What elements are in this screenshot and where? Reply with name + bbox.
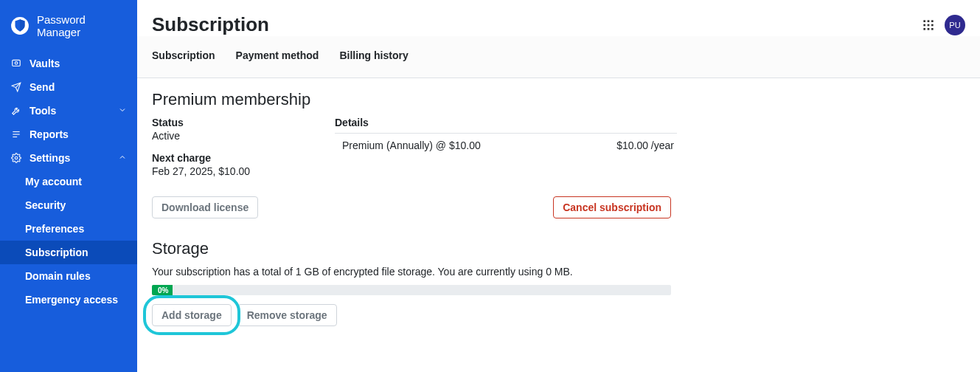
chevron-down-icon (118, 105, 127, 117)
nav-list: Vaults Send Tools (0, 52, 137, 170)
add-storage-button[interactable]: Add storage (152, 304, 232, 326)
storage-progress: 0% (152, 285, 671, 295)
avatar[interactable]: PU (945, 15, 965, 35)
tabs: Subscription Payment method Billing hist… (137, 36, 980, 78)
sidebar-item-label: Tools (29, 105, 56, 117)
svg-rect-14 (928, 28, 930, 30)
sidebar-item-send[interactable]: Send (0, 75, 137, 99)
sidebar-item-label: Reports (29, 128, 69, 140)
details-label: Details (335, 117, 677, 134)
svg-point-2 (15, 62, 18, 65)
subnav-preferences[interactable]: Preferences (0, 217, 137, 241)
status-label: Status (152, 117, 329, 128)
plan-price: $10.00 /year (616, 140, 674, 151)
svg-rect-15 (931, 28, 934, 30)
storage-desc: Your subscription has a total of 1 GB of… (152, 266, 965, 278)
main: Subscription PU Subscriptio (137, 0, 980, 372)
gear-icon (10, 153, 22, 163)
details-row: Premium (Annually) @ $10.00 $10.00 /year (335, 138, 677, 153)
send-icon (10, 82, 22, 92)
tab-subscription[interactable]: Subscription (152, 49, 215, 70)
svg-rect-7 (923, 20, 925, 22)
brand[interactable]: Password Manager (0, 9, 137, 52)
cancel-subscription-button[interactable]: Cancel subscription (553, 196, 671, 218)
status-value: Active (152, 130, 329, 142)
storage-progress-label: 0% (158, 286, 168, 294)
tab-payment-method[interactable]: Payment method (236, 49, 319, 70)
membership-title: Premium membership (152, 90, 965, 109)
vault-icon (10, 58, 22, 69)
subnav-subscription[interactable]: Subscription (0, 241, 137, 264)
svg-rect-11 (928, 24, 930, 26)
next-charge-label: Next charge (152, 152, 329, 164)
wrench-icon (10, 106, 22, 116)
sidebar-item-label: Settings (29, 152, 70, 164)
sidebar: Password Manager Vaults Send Tools (0, 0, 137, 372)
subnav-my-account[interactable]: My account (0, 170, 137, 193)
subnav-emergency-access[interactable]: Emergency access (0, 288, 137, 311)
settings-subnav: My account Security Preferences Subscrip… (0, 170, 137, 311)
membership-actions: Download license Cancel subscription (152, 196, 671, 218)
sidebar-item-vaults[interactable]: Vaults (0, 52, 137, 75)
svg-rect-1 (13, 60, 21, 66)
svg-rect-9 (931, 20, 934, 22)
download-license-button[interactable]: Download license (152, 196, 258, 218)
svg-rect-8 (928, 20, 930, 22)
header-block: Subscription PU Subscriptio (137, 0, 980, 78)
shield-icon (10, 16, 29, 35)
sidebar-item-reports[interactable]: Reports (0, 123, 137, 146)
svg-point-6 (15, 156, 18, 159)
sidebar-item-label: Send (29, 81, 55, 93)
storage-title: Storage (152, 239, 965, 258)
page-title: Subscription (152, 13, 269, 36)
chevron-up-icon (118, 152, 127, 164)
storage-actions: Add storage Remove storage (152, 304, 965, 326)
reports-icon (10, 129, 22, 140)
next-charge-value: Feb 27, 2025, $10.00 (152, 165, 329, 177)
tab-billing-history[interactable]: Billing history (339, 49, 408, 70)
subnav-domain-rules[interactable]: Domain rules (0, 264, 137, 288)
subnav-security[interactable]: Security (0, 193, 137, 217)
plan-line: Premium (Annually) @ $10.00 (342, 140, 481, 151)
apps-grid-icon[interactable] (922, 19, 934, 31)
highlight-ring: Add storage (152, 304, 232, 326)
sidebar-item-settings[interactable]: Settings (0, 146, 137, 170)
brand-label: Password Manager (37, 13, 128, 38)
content: Premium membership Status Active Next ch… (137, 78, 980, 338)
svg-rect-10 (923, 24, 925, 26)
sidebar-item-tools[interactable]: Tools (0, 99, 137, 123)
svg-rect-12 (931, 24, 934, 26)
remove-storage-button[interactable]: Remove storage (237, 304, 337, 326)
sidebar-item-label: Vaults (29, 58, 60, 69)
svg-rect-13 (923, 28, 925, 30)
